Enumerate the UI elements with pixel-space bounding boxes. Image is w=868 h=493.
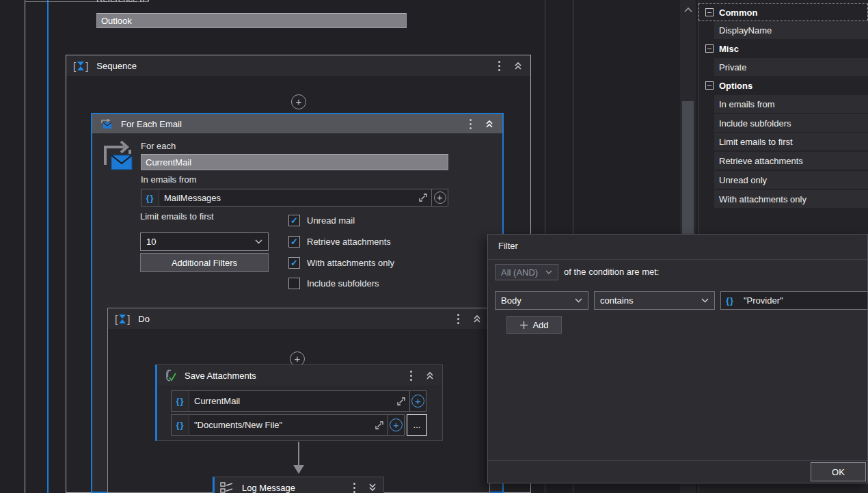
plus-circle-icon <box>411 395 424 408</box>
double-chevron-down-icon <box>368 483 377 492</box>
connector-arrow-icon <box>293 465 304 474</box>
retrieve-attachments-label: Retrieve attachments <box>307 237 391 247</box>
sequence-collapse-button[interactable] <box>513 59 524 72</box>
sequence-menu-button[interactable] <box>493 59 504 72</box>
expand-editor-icon <box>397 397 405 405</box>
do-activity[interactable]: Do <box>107 308 490 493</box>
limit-emails-dropdown[interactable]: 10 <box>140 232 269 251</box>
log-message-menu-button[interactable] <box>349 481 360 493</box>
with-attachments-only-checkbox[interactable]: ✓ <box>288 257 300 269</box>
sequence-activity[interactable]: Sequence For Each Email <box>66 55 531 493</box>
attachments-mail-expression[interactable]: CurrentMail <box>171 390 426 412</box>
match-mode-dropdown[interactable]: All (AND) <box>495 264 558 280</box>
add-label: Add <box>532 320 548 330</box>
expression-braces-icon <box>141 189 159 206</box>
open-expression-editor-button[interactable] <box>371 415 388 435</box>
in-emails-from-value: MailMessages <box>159 189 415 206</box>
collapse-section-icon[interactable] <box>705 8 714 16</box>
section-options[interactable]: Options <box>699 77 868 94</box>
prop-label: DisplayName <box>714 25 772 36</box>
scrollbar-thumb[interactable] <box>682 101 694 234</box>
sequence-header[interactable]: Sequence <box>66 55 530 76</box>
prop-row-unread-only[interactable]: Unread only ✓ <box>714 171 868 189</box>
add-condition-button[interactable]: Add <box>506 316 562 334</box>
prop-row-with-attachments-only[interactable]: With attachments only ✓ <box>714 190 868 208</box>
save-attachments-activity[interactable]: Save Attachments CurrentMail <box>155 364 443 441</box>
plus-icon <box>519 321 528 330</box>
prop-row-limit[interactable]: Limit emails to first 10 <box>714 133 868 150</box>
collapse-section-icon[interactable] <box>705 81 714 90</box>
filter-value: "Provider" <box>739 292 868 309</box>
for-each-email-activity[interactable]: For Each Email For each Current <box>91 113 504 493</box>
log-message-expand-button[interactable] <box>367 481 378 493</box>
browse-folder-button[interactable]: ... <box>407 414 427 436</box>
section-common[interactable]: Common <box>699 3 868 21</box>
prop-label: Private <box>714 62 746 72</box>
section-misc-title: Misc <box>719 44 739 54</box>
unread-mail-checkbox[interactable]: ✓ <box>288 215 300 226</box>
collapse-section-icon[interactable] <box>705 44 714 53</box>
operator-dropdown[interactable]: contains <box>594 291 715 310</box>
divider <box>488 259 867 260</box>
match-mode-value: All (AND) <box>501 267 538 278</box>
prop-row-displayname[interactable]: DisplayName For Each Email <box>714 21 868 39</box>
expression-braces-icon <box>172 415 189 435</box>
save-attachments-header[interactable]: Save Attachments <box>157 365 442 386</box>
check-icon: ✓ <box>290 215 298 226</box>
ok-label: OK <box>832 467 845 477</box>
include-subfolders-checkbox[interactable] <box>288 278 300 289</box>
log-message-header[interactable]: Log Message <box>215 477 383 493</box>
for-each-email-menu-button[interactable] <box>465 117 476 131</box>
field-dropdown[interactable]: Body <box>495 291 588 310</box>
with-attachments-only-label: With attachments only <box>307 258 394 268</box>
section-options-title: Options <box>719 81 752 91</box>
open-expression-editor-button[interactable] <box>393 391 409 411</box>
sequence-title: Sequence <box>96 61 137 71</box>
section-misc[interactable]: Misc <box>699 40 868 57</box>
outer-selection-accent <box>47 0 49 493</box>
prop-row-include-subfolders[interactable]: Include subfolders <box>714 114 868 132</box>
do-collapse-button[interactable] <box>472 312 483 325</box>
for-each-email-header[interactable]: For Each Email <box>92 114 502 133</box>
log-message-activity[interactable]: Log Message <box>213 477 384 493</box>
prop-row-in-emails-from[interactable]: In emails from MailMessages <box>714 95 868 113</box>
prop-row-private[interactable]: Private <box>714 58 868 76</box>
kebab-menu-icon <box>457 318 459 320</box>
additional-filters-button[interactable]: Additional Filters <box>140 253 269 272</box>
prop-row-retrieve-attachments[interactable]: Retrieve attachments ✓ <box>714 152 868 170</box>
divider <box>488 460 867 461</box>
check-icon: ✓ <box>290 237 298 247</box>
scroll-up-icon[interactable] <box>683 6 693 12</box>
attachments-mail-value: CurrentMail <box>189 391 393 411</box>
ok-button[interactable]: OK <box>811 462 866 481</box>
save-attachments-collapse-button[interactable] <box>424 369 435 382</box>
plus-circle-icon <box>434 191 446 204</box>
reference-as-input[interactable]: Outlook <box>96 13 407 28</box>
plus-options-button[interactable] <box>431 189 448 206</box>
outer-container-border <box>25 0 25 493</box>
retrieve-attachments-checkbox[interactable]: ✓ <box>288 236 300 248</box>
save-attachments-menu-button[interactable] <box>405 369 416 382</box>
filter-value-expression[interactable]: "Provider" <box>720 291 868 310</box>
additional-filters-label: Additional Filters <box>172 258 237 268</box>
workflow-designer: Reference as Outlook Sequence <box>0 0 868 493</box>
for-each-email-collapse-button[interactable] <box>484 117 495 131</box>
do-menu-button[interactable] <box>452 312 463 325</box>
in-emails-from-label: In emails from <box>141 174 197 185</box>
chevron-down-icon <box>575 298 582 303</box>
plus-options-button[interactable] <box>409 391 426 411</box>
in-emails-from-expression[interactable]: MailMessages <box>141 189 448 206</box>
kebab-menu-icon <box>470 123 472 125</box>
filter-dialog-title: Filter <box>498 241 518 251</box>
reference-as-value: Outlook <box>101 16 132 26</box>
save-folder-expression[interactable]: "Documents/New File" <box>171 414 405 436</box>
plus-options-button[interactable] <box>388 415 404 435</box>
open-expression-editor-button[interactable] <box>415 189 431 206</box>
chevron-down-icon <box>545 270 552 274</box>
kebab-menu-icon <box>410 375 412 377</box>
sequence-icon <box>73 60 88 72</box>
for-each-value-input[interactable]: CurrentMail <box>141 154 448 170</box>
section-common-title: Common <box>719 8 757 18</box>
do-header[interactable]: Do <box>108 308 489 329</box>
add-activity-button[interactable] <box>291 94 306 109</box>
